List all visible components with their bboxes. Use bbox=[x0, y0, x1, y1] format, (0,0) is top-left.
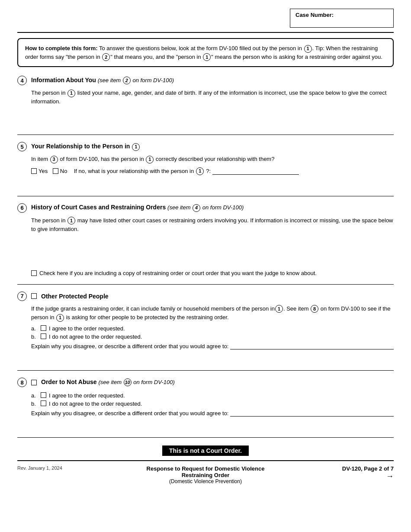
divider-8 bbox=[17, 437, 394, 438]
divider-6 bbox=[17, 284, 394, 285]
section7-sub-a: a. I agree to the order requested. bbox=[31, 325, 394, 332]
section7-a-checkbox[interactable] bbox=[41, 325, 46, 331]
section-5: 5 Your Relationship to the Person in 1 I… bbox=[17, 142, 394, 188]
section-8-header: 8 Order to Not Abuse (see item 10 on for… bbox=[17, 378, 394, 387]
instructions-text4: " means the person who is asking for a r… bbox=[211, 54, 382, 60]
instructions-text1: To answer the questions below, look at t… bbox=[98, 45, 304, 51]
relationship-field[interactable] bbox=[212, 168, 299, 175]
section-6-header: 6 History of Court Cases and Restraining… bbox=[17, 203, 394, 213]
section7-circle1: 1 bbox=[275, 305, 283, 313]
section-6-checkbox-row: Check here if you are including a copy o… bbox=[31, 270, 394, 276]
section-5-body: In item 3 of form DV-100, has the person… bbox=[31, 155, 394, 163]
footer-right: DV-120, Page 2 of 7 → bbox=[337, 465, 394, 481]
section5-circle1b: 1 bbox=[146, 156, 154, 163]
section7-explain-field[interactable] bbox=[230, 343, 394, 349]
case-number-box: Case Number: bbox=[290, 9, 394, 28]
section6-checkbox-label: Check here if you are including a copy o… bbox=[39, 270, 317, 276]
no-label: No bbox=[60, 168, 67, 174]
footer-title-line2: Restraining Order bbox=[74, 472, 337, 478]
yes-label: Yes bbox=[39, 168, 48, 174]
section6-circle4: 4 bbox=[193, 204, 200, 212]
section5-circle3: 3 bbox=[50, 156, 58, 163]
section-7-number: 7 bbox=[17, 292, 27, 301]
section8-b-label: b. bbox=[31, 401, 38, 407]
section-4: 4 Information About You (see item 2 on f… bbox=[17, 76, 394, 127]
footer-center: Response to Request for Domestic Violenc… bbox=[74, 465, 337, 484]
divider-5 bbox=[17, 196, 394, 196]
section-8: 8 Order to Not Abuse (see item 10 on for… bbox=[17, 378, 394, 429]
section-5-number: 5 bbox=[17, 142, 27, 151]
section5-circle1c: 1 bbox=[196, 167, 204, 175]
section7-b-checkbox[interactable] bbox=[41, 333, 46, 339]
section8-a-label: a. bbox=[31, 392, 38, 399]
page-info: Page 2 of 7 bbox=[364, 465, 394, 472]
section-4-number: 4 bbox=[17, 76, 27, 85]
page: Case Number: How to complete this form: … bbox=[0, 0, 411, 532]
section7-a-label: a. bbox=[31, 325, 38, 332]
section-6-title: History of Court Cases and Restraining O… bbox=[31, 204, 244, 212]
s5-body2: of form DV-100, has the person in bbox=[58, 156, 146, 162]
no-checkbox[interactable] bbox=[53, 168, 58, 174]
section-7-header: 7 Other Protected People bbox=[17, 292, 394, 301]
if-no-text: If no, what is your relationship with th… bbox=[74, 168, 194, 174]
section-4-title: Information About You (see item 2 on for… bbox=[31, 77, 174, 85]
section7-circle8: 8 bbox=[311, 305, 318, 313]
section-5-blank bbox=[17, 175, 394, 188]
section8-header-checkbox[interactable] bbox=[31, 380, 37, 385]
section-6: 6 History of Court Cases and Restraining… bbox=[17, 203, 394, 276]
divider-4 bbox=[17, 135, 394, 135]
header-row: Case Number: bbox=[17, 9, 394, 28]
section-4-blank bbox=[17, 109, 394, 127]
section8-sub-b: b. I do not agree to the order requested… bbox=[31, 401, 394, 407]
section7-explain-label: Explain why you disagree, or describe a … bbox=[31, 343, 228, 349]
section7-header-checkbox[interactable] bbox=[31, 293, 37, 299]
divider-7 bbox=[17, 370, 394, 371]
section-8-number: 8 bbox=[17, 378, 27, 387]
section8-a-checkbox[interactable] bbox=[41, 392, 46, 398]
section7-a-text: I agree to the order requested. bbox=[49, 325, 125, 332]
circle-1a: 1 bbox=[304, 45, 312, 53]
rev-date: Rev. January 1, 2024 bbox=[17, 465, 62, 471]
section7-b-text: I do not agree to the order requested. bbox=[49, 333, 142, 340]
section7-sub-b: b. I do not agree to the order requested… bbox=[31, 333, 394, 340]
instructions-box: How to complete this form: To answer the… bbox=[17, 38, 394, 67]
circle-2: 2 bbox=[102, 53, 110, 61]
section8-explain-field[interactable] bbox=[230, 410, 394, 417]
case-number-label: Case Number: bbox=[295, 12, 334, 18]
section8-explain-label: Explain why you disagree, or describe a … bbox=[31, 410, 228, 417]
section-7-title: Other Protected People bbox=[41, 293, 109, 300]
footer-left: Rev. January 1, 2024 bbox=[17, 465, 74, 471]
section-8-blank bbox=[17, 417, 394, 429]
section4-circle1: 1 bbox=[67, 90, 75, 97]
section-7: 7 Other Protected People If the judge gr… bbox=[17, 292, 394, 362]
footer-row: Rev. January 1, 2024 Response to Request… bbox=[17, 464, 394, 486]
section-4-body: The person in 1 listed your name, age, g… bbox=[31, 89, 394, 106]
s5-body3: correctly described your relationship wi… bbox=[154, 156, 274, 162]
section-4-header: 4 Information About You (see item 2 on f… bbox=[17, 76, 394, 85]
form-number: DV-120, bbox=[342, 465, 363, 472]
section4-circle2: 2 bbox=[123, 77, 131, 84]
yes-checkbox[interactable] bbox=[31, 168, 37, 174]
section8-a-text: I agree to the order requested. bbox=[49, 392, 125, 399]
section-6-blank1 bbox=[17, 237, 394, 254]
section-5-header: 5 Your Relationship to the Person in 1 bbox=[17, 142, 394, 151]
section7-b-label: b. bbox=[31, 333, 38, 340]
top-divider bbox=[17, 32, 394, 33]
section7-circle1b: 1 bbox=[56, 314, 64, 322]
not-court-order-section: This is not a Court Order. bbox=[17, 445, 394, 456]
section8-sub-a: a. I agree to the order requested. bbox=[31, 392, 394, 399]
section8-explain: Explain why you disagree, or describe a … bbox=[31, 410, 394, 417]
section8-b-checkbox[interactable] bbox=[41, 401, 46, 406]
circle-1b: 1 bbox=[203, 53, 211, 61]
section5-circle1: 1 bbox=[132, 143, 140, 151]
yes-no-row: Yes No If no, what is your relationship … bbox=[31, 167, 394, 175]
footer-title-line1: Response to Request for Domestic Violenc… bbox=[74, 465, 337, 472]
section8-circle10: 10 bbox=[124, 378, 132, 386]
section6-checkbox[interactable] bbox=[31, 270, 37, 276]
section7-explain: Explain why you disagree, or describe a … bbox=[31, 343, 394, 349]
section-5-title: Your Relationship to the Person in 1 bbox=[31, 143, 140, 151]
footer-title-line3: (Domestic Violence Prevention) bbox=[74, 478, 337, 484]
arrow-icon: → bbox=[337, 472, 394, 481]
section-8-title: Order to Not Abuse (see item 10 on form … bbox=[41, 378, 175, 387]
section-7-blank bbox=[17, 349, 394, 362]
